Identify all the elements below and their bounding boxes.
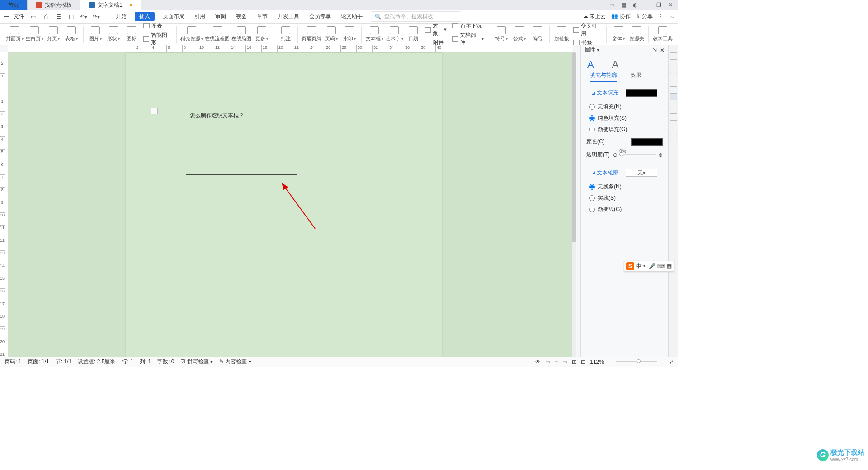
maximize-button[interactable]: ❐ xyxy=(655,1,663,9)
status-words[interactable]: 字数: 0 xyxy=(157,358,174,366)
zoom-value[interactable]: 112% xyxy=(590,359,604,365)
page-float-icon[interactable] xyxy=(151,108,158,114)
tab-vip[interactable]: 会员专享 xyxy=(307,12,333,21)
undo-icon[interactable]: ↶▾ xyxy=(80,13,88,20)
radio-no-fill[interactable]: 无填充(N) xyxy=(581,101,668,113)
mindmap-button[interactable]: 在线脑图 xyxy=(231,24,253,44)
rail-select-icon[interactable] xyxy=(670,80,677,87)
form-button[interactable]: 窗体 xyxy=(609,24,627,44)
horizontal-ruler[interactable]: 246810121416182022242628303234363840 xyxy=(8,45,572,52)
radio-gradient-fill[interactable]: 渐变填充(G) xyxy=(581,124,668,135)
eye-icon[interactable]: 👁 xyxy=(535,359,541,365)
vertical-scrollbar[interactable] xyxy=(572,52,576,357)
textbox[interactable]: 怎么制作透明文本框？ xyxy=(186,108,297,175)
fill-swatch[interactable] xyxy=(626,89,657,97)
tab-ref[interactable]: 引用 xyxy=(193,12,207,21)
object-pair[interactable]: 对象▾附件 xyxy=(422,24,449,44)
close-panel-icon[interactable]: ✕ xyxy=(660,47,665,53)
icon-button[interactable]: 图标 xyxy=(123,24,141,44)
status-pagecode[interactable]: 页码: 1 xyxy=(5,358,21,366)
share-button[interactable]: ⇪ 分享 xyxy=(636,13,653,20)
ime-punct-icon[interactable]: •, xyxy=(643,263,647,269)
preview-icon[interactable]: ☰ xyxy=(54,13,62,20)
radio-solid-line[interactable]: 实线(S) xyxy=(581,193,668,204)
break-button[interactable]: 分页 xyxy=(44,24,62,44)
layout-icon[interactable]: ▭ xyxy=(608,1,616,9)
mode-effect-icon[interactable]: A xyxy=(612,59,619,70)
redo-icon[interactable]: ↷▾ xyxy=(92,13,100,20)
comment-button[interactable]: 批注 xyxy=(277,24,295,44)
numbering-button[interactable]: 编号 xyxy=(528,24,547,44)
tab-paper[interactable]: 论文助手 xyxy=(339,12,364,21)
pin-icon[interactable]: ⇲ xyxy=(653,47,657,53)
tab-dev[interactable]: 开发工具 xyxy=(276,12,301,21)
flowchart-button[interactable]: 在线流程图 xyxy=(204,24,231,44)
grid-icon[interactable]: ▦ xyxy=(619,1,627,9)
mode-fill-icon[interactable]: A xyxy=(587,59,594,70)
status-spellcheck[interactable]: ☑ 拼写检查 ▾ xyxy=(180,358,213,366)
close-button[interactable]: ✕ xyxy=(666,1,675,9)
opacity-dec-icon[interactable]: ⊖ xyxy=(613,152,618,158)
table-button[interactable]: 表格 xyxy=(62,24,80,44)
color-picker[interactable] xyxy=(631,138,663,146)
rail-clipboard-icon[interactable] xyxy=(670,134,677,141)
zoom-in-icon[interactable]: + xyxy=(661,359,665,365)
chevron-up-icon[interactable]: ︿ xyxy=(669,13,675,20)
minimize-button[interactable]: — xyxy=(643,1,651,9)
rail-format-icon[interactable] xyxy=(670,52,677,60)
symbol-button[interactable]: 符号 xyxy=(492,24,510,44)
viewmode1-icon[interactable]: ▭ xyxy=(545,359,550,365)
cover-button[interactable]: 封面页 xyxy=(5,24,24,44)
docer-res-button[interactable]: 稻壳资源 xyxy=(179,24,204,44)
firstchar-pair[interactable]: 首字下沉文档部件▾ xyxy=(449,24,486,44)
cloud-status[interactable]: ☁ 未上云 xyxy=(583,13,606,20)
formula-button[interactable]: 公式 xyxy=(510,24,528,44)
tab-start[interactable]: 开始 xyxy=(114,12,128,21)
section-text-fill[interactable]: 文本填充 xyxy=(592,89,618,97)
radio-no-line[interactable]: 无线条(N) xyxy=(581,181,668,193)
date-button[interactable]: 日期 xyxy=(404,24,422,44)
ime-keyboard-icon[interactable]: ⌨ xyxy=(657,263,665,269)
ime-grid-icon[interactable]: ▦ xyxy=(667,263,672,269)
watermark-button[interactable]: 水印 xyxy=(340,24,359,44)
shape-button[interactable]: 形状 xyxy=(104,24,123,44)
radio-solid-fill[interactable]: 纯色填充(S) xyxy=(581,113,668,124)
tab-home[interactable]: 首页 xyxy=(0,0,28,10)
status-contentcheck[interactable]: ✎ 内容检查 ▾ xyxy=(219,358,251,366)
subtab-effect[interactable]: 效果 xyxy=(631,71,642,82)
rail-pen-icon[interactable] xyxy=(670,66,677,73)
ime-lang[interactable]: 中 xyxy=(636,263,642,270)
tab-document[interactable]: 文字文稿1 xyxy=(80,0,141,10)
viewmode4-icon[interactable]: ⊞ xyxy=(572,359,576,365)
collab-button[interactable]: 👥 协作 xyxy=(611,13,630,20)
tab-layout[interactable]: 页面布局 xyxy=(161,12,186,21)
wordart-button[interactable]: 艺术字 xyxy=(384,24,404,44)
export-icon[interactable]: ◫ xyxy=(67,13,75,20)
tab-review[interactable]: 审阅 xyxy=(213,12,228,21)
document-canvas[interactable]: 怎么制作透明文本框？ xyxy=(8,52,572,357)
section-text-outline[interactable]: 文本轮廓 xyxy=(592,169,618,177)
chart-pair[interactable]: 图表智能图形 xyxy=(141,24,174,44)
fullscreen-icon[interactable]: ⤢ xyxy=(669,359,674,365)
pagenum-button[interactable]: 页码 xyxy=(322,24,340,44)
radio-gradient-line[interactable]: 渐变线(G) xyxy=(581,204,668,215)
teach-button[interactable]: 教学工具 xyxy=(651,24,674,44)
picture-button[interactable]: 图片 xyxy=(86,24,104,44)
zoom-slider[interactable] xyxy=(616,361,657,362)
tab-template[interactable]: 找稻壳模板 xyxy=(28,0,80,10)
page[interactable]: 怎么制作透明文本框？ xyxy=(126,52,442,357)
avatar-icon[interactable]: ◐ xyxy=(631,1,639,9)
subtab-fill[interactable]: 填充与轮廓 xyxy=(590,71,617,82)
tab-insert[interactable]: 插入 xyxy=(135,12,155,21)
viewmode2-icon[interactable]: ≡ xyxy=(555,359,558,365)
rail-settings-icon[interactable] xyxy=(670,93,677,100)
rail-image-icon[interactable] xyxy=(670,107,677,114)
more-menu-icon[interactable]: ⋮ xyxy=(658,14,664,20)
headerfooter-button[interactable]: 页眉页脚 xyxy=(301,24,323,44)
print-icon[interactable]: ⎙ xyxy=(42,13,50,20)
vertical-ruler[interactable]: 2112345678910111213141516171819202122232… xyxy=(0,52,8,357)
more-button[interactable]: 更多 xyxy=(253,24,271,44)
status-page[interactable]: 页面: 1/1 xyxy=(28,358,49,366)
opacity-inc-icon[interactable]: ⊕ xyxy=(658,152,663,158)
textbox-button[interactable]: 文本框 xyxy=(364,24,384,44)
